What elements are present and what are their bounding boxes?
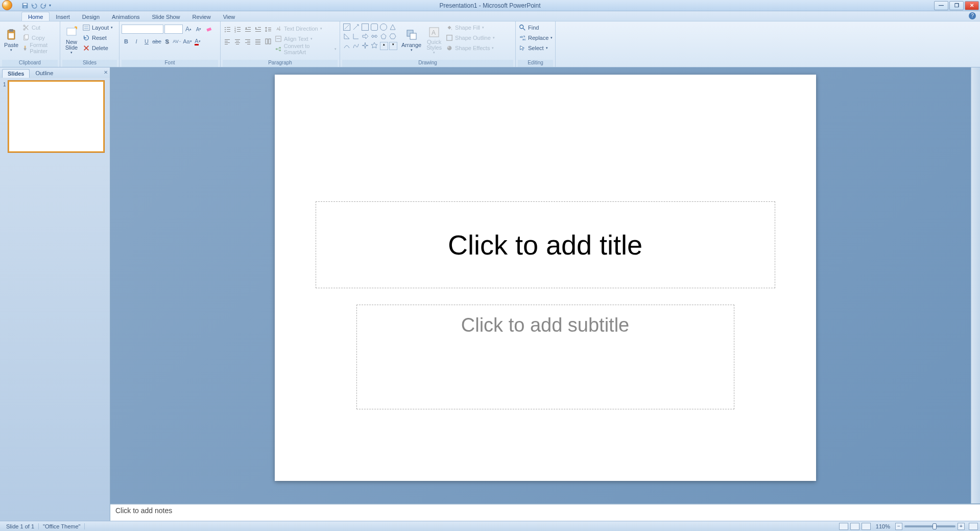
align-right-button[interactable] xyxy=(243,37,252,46)
save-icon[interactable] xyxy=(21,2,29,9)
canvas-area[interactable]: Click to add title Click to add subtitle xyxy=(110,67,980,503)
zoom-thumb[interactable] xyxy=(933,523,937,529)
grow-font-button[interactable]: A▴ xyxy=(184,25,193,34)
format-painter-button[interactable]: Format Painter xyxy=(21,43,58,53)
shapes-gallery[interactable]: ▴ ▾ xyxy=(342,22,398,51)
text-direction-button[interactable]: AText Direction▾ xyxy=(274,24,338,34)
new-slide-button[interactable]: New Slide ▾ xyxy=(62,22,81,58)
text-shadow-button[interactable]: S xyxy=(162,37,172,46)
convert-smartart-button[interactable]: Convert to SmartArt▾ xyxy=(274,44,338,54)
triangle-icon[interactable] xyxy=(389,24,396,31)
normal-view-button[interactable] xyxy=(839,523,848,530)
shape-outline-button[interactable]: Shape Outline▾ xyxy=(445,33,496,43)
tab-view[interactable]: View xyxy=(217,12,242,21)
line-spacing-button[interactable] xyxy=(264,25,273,34)
zoom-in-button[interactable]: + xyxy=(958,523,965,530)
increase-indent-button[interactable] xyxy=(253,25,262,34)
select-button[interactable]: Select▾ xyxy=(518,43,554,53)
help-icon[interactable]: ? xyxy=(969,12,976,19)
bullets-button[interactable] xyxy=(223,25,232,34)
zoom-percent[interactable]: 110% xyxy=(873,523,893,529)
delete-button[interactable]: Delete xyxy=(82,43,114,53)
tab-review[interactable]: Review xyxy=(186,12,217,21)
subtitle-placeholder[interactable]: Click to add subtitle xyxy=(356,305,734,409)
slideshow-view-button[interactable] xyxy=(862,523,871,530)
double-arrow-icon[interactable] xyxy=(371,33,378,40)
italic-button[interactable]: I xyxy=(132,37,141,46)
gallery-more[interactable]: ▾ xyxy=(389,42,397,50)
paste-button[interactable]: Paste ▾ xyxy=(2,22,20,58)
rectangle-icon[interactable] xyxy=(362,24,369,31)
justify-button[interactable] xyxy=(253,37,262,46)
bold-button[interactable]: B xyxy=(122,37,131,46)
replace-button[interactable]: abacReplace▾ xyxy=(518,33,554,43)
shape-fill-button[interactable]: Shape Fill▾ xyxy=(445,22,496,33)
svg-rect-14 xyxy=(84,28,89,30)
panel-tab-outline[interactable]: Outline xyxy=(30,68,59,78)
cut-button[interactable]: Cut xyxy=(21,22,58,33)
thumbnail-item[interactable]: 1 xyxy=(3,81,107,152)
notes-pane[interactable]: Click to add notes xyxy=(110,503,980,521)
underline-button[interactable]: U xyxy=(142,37,151,46)
curve-icon[interactable] xyxy=(343,42,350,49)
tab-insert[interactable]: Insert xyxy=(50,12,76,21)
sorter-view-button[interactable] xyxy=(850,523,859,530)
shrink-font-button[interactable]: A▾ xyxy=(194,25,203,34)
arrange-button[interactable]: Arrange▾ xyxy=(399,22,423,58)
panel-close-button[interactable]: ✕ xyxy=(104,70,108,75)
tab-design[interactable]: Design xyxy=(76,12,106,21)
shape-effects-button[interactable]: Shape Effects▾ xyxy=(445,43,496,53)
clear-formatting-button[interactable] xyxy=(204,25,213,34)
star5-icon[interactable] xyxy=(371,42,378,49)
character-spacing-button[interactable]: AV↔ xyxy=(173,37,182,46)
vertical-scrollbar[interactable] xyxy=(971,67,980,503)
align-center-button[interactable] xyxy=(233,37,242,46)
change-case-button[interactable]: Aa▾ xyxy=(183,37,192,46)
undo-icon[interactable] xyxy=(31,2,38,9)
slide-canvas[interactable]: Click to add title Click to add subtitle xyxy=(275,75,816,481)
thumbnails-list[interactable]: 1 xyxy=(0,78,110,521)
layout-button[interactable]: Layout▾ xyxy=(82,22,114,33)
star4-icon[interactable] xyxy=(362,42,369,49)
rounded-rect-icon[interactable] xyxy=(371,24,378,31)
reset-button[interactable]: Reset xyxy=(82,33,114,43)
find-button[interactable]: Find xyxy=(518,22,554,33)
close-button[interactable]: ✕ xyxy=(965,1,979,10)
font-size-combo[interactable] xyxy=(164,25,183,34)
maximize-button[interactable]: ❐ xyxy=(949,1,964,10)
align-text-button[interactable]: Align Text▾ xyxy=(274,34,338,44)
tab-slideshow[interactable]: Slide Show xyxy=(146,12,186,21)
qat-dropdown-icon[interactable]: ▾ xyxy=(49,3,51,8)
line-icon[interactable] xyxy=(343,24,350,31)
zoom-out-button[interactable]: − xyxy=(895,523,902,530)
minimize-button[interactable]: — xyxy=(934,1,948,10)
decrease-indent-button[interactable] xyxy=(243,25,252,34)
columns-button[interactable] xyxy=(264,37,273,46)
thumbnail-preview[interactable] xyxy=(8,81,104,152)
gallery-scroll-up[interactable]: ▴ xyxy=(380,42,388,50)
font-name-combo[interactable] xyxy=(122,25,163,34)
zoom-slider[interactable] xyxy=(904,525,955,527)
font-color-button[interactable]: A▾ xyxy=(193,37,202,46)
office-button[interactable] xyxy=(2,0,18,11)
fit-to-window-button[interactable] xyxy=(969,523,978,530)
numbering-button[interactable]: 123 xyxy=(233,25,242,34)
arrow-icon[interactable] xyxy=(352,24,360,31)
elbow-icon[interactable] xyxy=(352,33,360,40)
pentagon-icon[interactable] xyxy=(380,33,387,40)
copy-button[interactable]: Copy xyxy=(21,33,58,43)
oval-icon[interactable] xyxy=(380,24,387,31)
tab-home[interactable]: Home xyxy=(21,12,50,21)
right-triangle-icon[interactable] xyxy=(343,33,350,40)
tab-animations[interactable]: Animations xyxy=(106,12,146,21)
freeform-icon[interactable] xyxy=(352,42,360,49)
svg-rect-49 xyxy=(255,39,260,40)
title-placeholder[interactable]: Click to add title xyxy=(316,201,775,288)
panel-tab-slides[interactable]: Slides xyxy=(2,69,30,78)
align-left-button[interactable] xyxy=(223,37,232,46)
hexagon-icon[interactable] xyxy=(389,33,396,40)
block-arrow-icon[interactable] xyxy=(362,33,369,40)
quick-styles-button[interactable]: A Quick Styles▾ xyxy=(424,22,444,58)
redo-icon[interactable] xyxy=(40,2,47,9)
strikethrough-button[interactable]: abc xyxy=(152,37,161,46)
